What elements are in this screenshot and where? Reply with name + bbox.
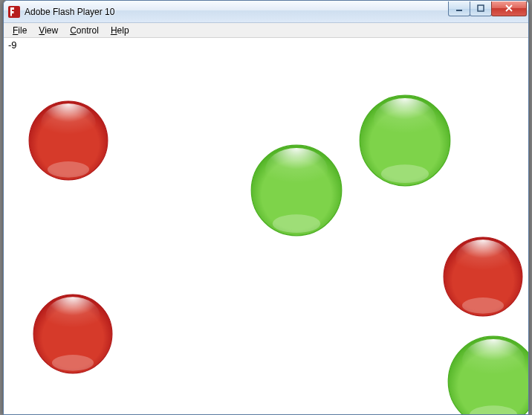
maximize-button[interactable] — [470, 1, 492, 16]
close-button[interactable] — [491, 1, 527, 16]
svg-point-7 — [273, 214, 320, 233]
menubar: File View Control Help — [4, 23, 528, 38]
maximize-icon — [477, 4, 484, 12]
svg-point-12 — [45, 297, 100, 335]
menu-help[interactable]: Help — [105, 24, 135, 37]
svg-point-13 — [52, 355, 94, 371]
flash-icon — [8, 6, 20, 18]
menu-file[interactable]: File — [7, 24, 33, 37]
menu-control[interactable]: Control — [64, 24, 105, 37]
red-ball[interactable] — [28, 100, 108, 181]
app-window: Adobe Flash Player 10 File View Control … — [3, 0, 529, 415]
window-title: Adobe Flash Player 10 — [25, 7, 449, 17]
svg-point-9 — [374, 98, 436, 143]
green-ball[interactable] — [250, 144, 343, 237]
svg-point-3 — [41, 103, 95, 142]
svg-rect-1 — [478, 5, 484, 11]
green-ball[interactable] — [359, 94, 451, 187]
svg-point-15 — [455, 239, 510, 278]
game-canvas[interactable]: -9 — [4, 38, 528, 414]
svg-rect-0 — [456, 10, 462, 11]
green-ball[interactable] — [447, 335, 528, 414]
svg-point-18 — [462, 339, 525, 384]
score-display: -9 — [8, 39, 17, 51]
svg-point-16 — [462, 297, 504, 314]
close-icon — [505, 4, 513, 12]
minimize-button[interactable] — [448, 1, 470, 16]
svg-point-4 — [48, 161, 89, 178]
titlebar[interactable]: Adobe Flash Player 10 — [4, 1, 528, 23]
menu-view[interactable]: View — [33, 24, 64, 37]
red-ball[interactable] — [33, 294, 113, 374]
red-ball[interactable] — [443, 237, 523, 317]
minimize-icon — [455, 4, 463, 12]
window-controls — [449, 1, 527, 16]
svg-point-6 — [265, 148, 328, 193]
svg-point-10 — [381, 164, 429, 183]
